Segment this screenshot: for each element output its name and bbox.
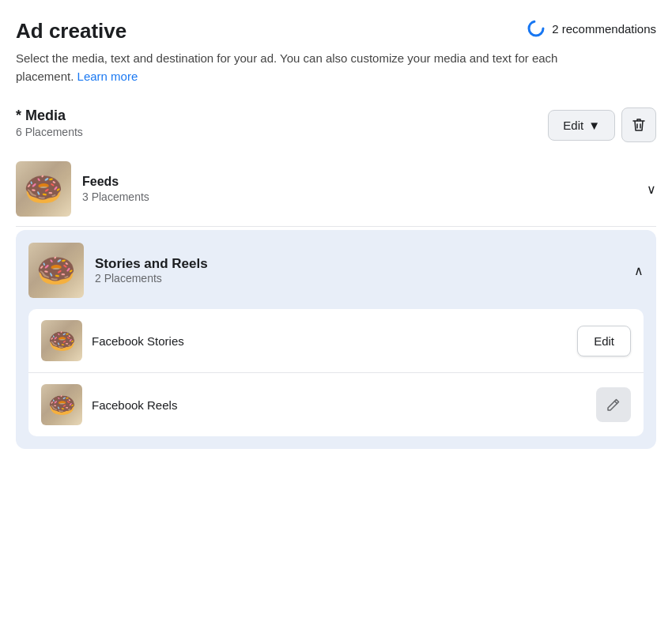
facebook-stories-label: Facebook Stories (92, 334, 184, 348)
page-title: Ad creative (16, 19, 126, 43)
feeds-name: Feeds (82, 175, 149, 189)
media-edit-button[interactable]: Edit ▼ (548, 110, 615, 141)
media-placements-count: 6 Placements (16, 126, 83, 138)
feeds-chevron-icon[interactable]: ∨ (647, 182, 656, 197)
facebook-reels-edit-button[interactable] (596, 387, 631, 422)
stories-reels-count: 2 Placements (95, 272, 208, 285)
page-description: Select the media, text and destination f… (16, 50, 569, 85)
stories-reels-chevron-icon[interactable]: ∧ (634, 263, 644, 278)
media-title-group: * Media 6 Placements (16, 107, 83, 138)
facebook-stories-edit-button[interactable]: Edit (577, 326, 631, 356)
stories-reels-section: Stories and Reels 2 Placements ∧ Faceboo… (16, 230, 656, 449)
recommendations-badge: 2 recommendations (527, 19, 656, 38)
media-title: * Media (16, 107, 83, 124)
recommendations-count: 2 recommendations (552, 22, 656, 36)
feeds-placement-item: Feeds 3 Placements ∨ (16, 152, 656, 227)
feeds-count: 3 Placements (82, 190, 149, 203)
spinner-icon (527, 19, 546, 38)
stories-reels-info: Stories and Reels 2 Placements (95, 256, 208, 285)
facebook-stories-left: Facebook Stories (41, 320, 184, 361)
page-header: Ad creative 2 recommendations (16, 19, 656, 43)
feeds-info: Feeds 3 Placements (82, 175, 149, 203)
stories-reels-header: Stories and Reels 2 Placements ∧ (28, 243, 644, 298)
media-delete-button[interactable] (621, 107, 656, 142)
facebook-reels-left: Facebook Reels (41, 384, 177, 425)
media-section: * Media 6 Placements Edit ▼ Feeds (16, 107, 656, 449)
stories-reels-name: Stories and Reels (95, 256, 208, 272)
placement-list: Feeds 3 Placements ∨ Stories and Reels 2… (16, 152, 656, 449)
facebook-reels-label: Facebook Reels (92, 398, 177, 412)
feeds-left: Feeds 3 Placements (16, 161, 149, 217)
media-header: * Media 6 Placements Edit ▼ (16, 107, 656, 142)
svg-point-0 (529, 21, 543, 36)
trash-icon (631, 117, 647, 133)
learn-more-link[interactable]: Learn more (77, 70, 138, 83)
stories-reels-thumbnail (28, 243, 84, 298)
media-actions: Edit ▼ (548, 107, 656, 142)
stories-reels-header-left: Stories and Reels 2 Placements (28, 243, 208, 298)
sub-items-container: Facebook Stories Edit Facebook Reels (28, 309, 644, 436)
facebook-reels-item: Facebook Reels (28, 373, 644, 436)
facebook-reels-thumbnail (41, 384, 82, 425)
pencil-icon (606, 398, 621, 412)
facebook-stories-thumbnail (41, 320, 82, 361)
dropdown-arrow-icon: ▼ (588, 119, 600, 132)
feeds-thumbnail (16, 161, 71, 217)
facebook-stories-item: Facebook Stories Edit (28, 309, 644, 373)
